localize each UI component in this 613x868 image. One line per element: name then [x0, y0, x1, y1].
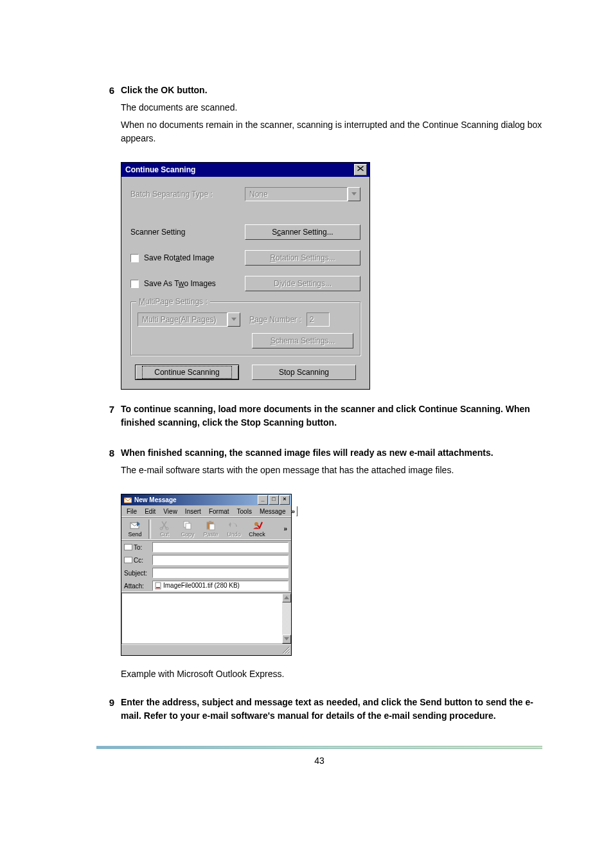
menu-more-icon[interactable]: » — [289, 508, 296, 515]
menu-edit[interactable]: Edit — [141, 507, 159, 516]
step7-title: To continue scanning, load more document… — [121, 402, 542, 429]
message-body[interactable] — [121, 593, 291, 644]
menu-insert[interactable]: Insert — [181, 507, 205, 516]
step8-line1: The e-mail software starts with the open… — [121, 464, 542, 477]
statusbar — [121, 644, 291, 655]
multipage-settings-group: MultiPage Settings : Multi Page(All Page… — [130, 302, 360, 356]
undo-icon — [228, 520, 240, 530]
addressbook-icon — [124, 557, 132, 563]
scroll-up-icon[interactable] — [282, 593, 291, 602]
multipage-combo: Multi Page(All Pages) — [138, 312, 240, 327]
menu-message[interactable]: Message — [256, 507, 290, 516]
maximize-icon[interactable]: □ — [269, 495, 279, 505]
menu-view[interactable]: View — [159, 507, 181, 516]
cc-field[interactable] — [152, 555, 289, 565]
divide-settings-button: Divide Settings... — [245, 276, 360, 291]
addressbook-icon — [124, 544, 132, 550]
svg-rect-11 — [156, 587, 160, 588]
svg-rect-7 — [209, 521, 211, 523]
footer-rule — [96, 746, 542, 749]
schema-settings-button: Schema Settings... — [252, 333, 353, 348]
check-button[interactable]: Check — [245, 520, 269, 538]
scrollbar[interactable] — [282, 593, 291, 644]
close-icon[interactable]: × — [280, 495, 290, 505]
chevron-down-icon — [227, 312, 240, 327]
oe-logo-icon — [296, 506, 298, 516]
attachment-file-icon — [155, 582, 161, 590]
page-number-value: 2 — [306, 312, 330, 327]
resize-grip-icon[interactable] — [282, 646, 290, 654]
multipage-group-title: MultiPage Settings : — [136, 297, 210, 306]
outlook-express-window: New Message _ □ × File Edit View Insert … — [121, 494, 292, 656]
send-button[interactable]: Send — [123, 520, 147, 538]
oe-toolbar: Send Cut Copy Paste Undo — [121, 518, 291, 541]
dialog-titlebar[interactable]: Continue Scanning — [121, 163, 369, 177]
cc-label[interactable]: Cc: — [124, 557, 152, 564]
step6-line1: The documents are scanned. — [121, 101, 542, 114]
menu-format[interactable]: Format — [205, 507, 233, 516]
subject-field[interactable] — [152, 568, 289, 578]
oe-menubar: File Edit View Insert Format Tools Messa… — [121, 505, 291, 518]
copy-button: Copy — [176, 520, 199, 538]
step9-title: Enter the address, subject and message t… — [121, 696, 542, 723]
check-icon — [251, 520, 263, 530]
step8-title: When finished scanning, the scanned imag… — [121, 446, 542, 460]
save-as-two-checkbox-row[interactable]: Save As Two Images — [130, 279, 245, 288]
send-icon — [129, 520, 141, 530]
paste-button: Paste — [199, 520, 222, 538]
step-number: 7 — [96, 402, 121, 416]
step8-caption: Example with Microsoft Outlook Express. — [121, 669, 542, 679]
scanner-setting-button[interactable]: Scanner Setting... — [245, 224, 360, 240]
batch-separating-label: Batch Separating Type : — [130, 190, 245, 199]
scanner-setting-label: Scanner Setting — [130, 228, 245, 237]
page-number: 43 — [96, 755, 542, 766]
copy-icon — [182, 520, 193, 530]
attach-field[interactable]: ImageFile0001.tif (280 KB) — [152, 581, 289, 591]
to-label[interactable]: To: — [124, 544, 152, 551]
cut-button: Cut — [153, 520, 176, 538]
stop-scanning-button[interactable]: Stop Scanning — [252, 365, 356, 380]
scroll-down-icon[interactable] — [282, 635, 291, 644]
batch-separating-combo: None — [245, 187, 360, 201]
page-number-label: Page Number : — [249, 315, 301, 324]
svg-rect-8 — [209, 524, 215, 530]
attach-label: Attach: — [124, 583, 152, 590]
chevron-down-icon — [348, 187, 360, 201]
close-icon[interactable] — [354, 164, 367, 176]
subject-label: Subject: — [124, 570, 152, 577]
svg-rect-5 — [186, 523, 191, 529]
toolbar-more-icon[interactable]: » — [283, 525, 289, 532]
dialog-title: Continue Scanning — [125, 165, 354, 174]
menu-file[interactable]: File — [123, 507, 141, 516]
continue-scanning-button[interactable]: Continue Scanning — [135, 365, 239, 380]
oe-title: New Message — [134, 496, 258, 503]
step-number: 6 — [96, 84, 121, 97]
undo-button: Undo — [222, 520, 245, 538]
oe-titlebar[interactable]: New Message _ □ × — [121, 494, 291, 505]
batch-separating-value: None — [245, 187, 348, 201]
multipage-combo-value: Multi Page(All Pages) — [138, 312, 227, 327]
mail-icon — [124, 496, 132, 504]
step6-title: Click the OK button. — [121, 84, 542, 97]
scroll-track[interactable] — [282, 602, 291, 635]
continue-scanning-dialog: Continue Scanning Batch Separating Type … — [121, 162, 370, 390]
step6-line2: When no documents remain in the scanner,… — [121, 118, 542, 145]
save-as-two-checkbox[interactable] — [130, 280, 139, 288]
paste-icon — [205, 520, 217, 530]
to-field[interactable] — [152, 542, 289, 552]
step-number: 8 — [96, 446, 121, 460]
save-rotated-checkbox[interactable] — [130, 254, 139, 262]
step-number: 9 — [96, 696, 121, 709]
minimize-icon[interactable]: _ — [258, 495, 268, 505]
rotation-settings-button: Rotation Settings... — [245, 250, 360, 266]
cut-icon — [159, 520, 170, 530]
menu-tools[interactable]: Tools — [233, 507, 256, 516]
toolbar-separator — [148, 520, 151, 539]
save-rotated-checkbox-row[interactable]: Save Rotated Image — [130, 253, 245, 262]
